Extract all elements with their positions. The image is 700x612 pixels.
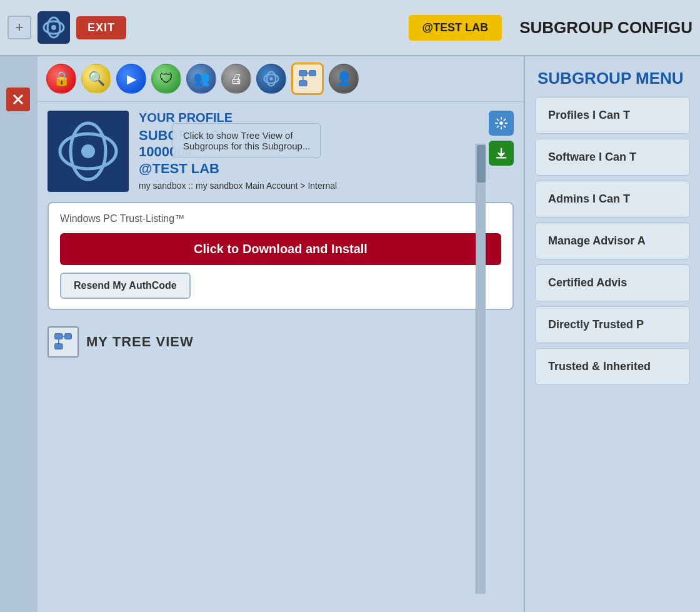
scrollbar-track[interactable]: [476, 144, 486, 594]
blue-logo-icon[interactable]: [256, 64, 286, 94]
trust-listing-box: Windows PC Trust-Listing™ Click to Downl…: [48, 202, 514, 310]
tree-view-icon[interactable]: [291, 63, 324, 95]
exit-button[interactable]: EXIT: [76, 16, 126, 39]
shield-icon[interactable]: 🛡: [151, 64, 181, 94]
svg-point-15: [81, 144, 95, 158]
test-lab-button[interactable]: @TEST LAB: [409, 15, 502, 41]
menu-item-certified[interactable]: Certified Advis: [535, 264, 690, 301]
print-icon[interactable]: 🖨: [221, 64, 251, 94]
svg-rect-10: [299, 81, 308, 86]
people-icon[interactable]: 👥: [186, 64, 216, 94]
breadcrumb: my sandbox :: my sandbox Main Account > …: [139, 181, 479, 191]
scrollbar-thumb[interactable]: [477, 145, 486, 183]
profile-section: YOUR PROFILE SUBGROUP 1000004 @TEST LAB …: [38, 102, 524, 612]
subgroup-menu-title: SUBGROUP MENU: [525, 56, 700, 97]
menu-item-trusted-inherited[interactable]: Trusted & Inherited: [535, 348, 690, 385]
svg-rect-18: [65, 334, 72, 339]
profile-top: YOUR PROFILE SUBGROUP 1000004 @TEST LAB …: [48, 111, 514, 192]
account-name: @TEST LAB: [139, 161, 479, 177]
top-bar: + EXIT @TEST LAB SUBGROUP CONFIGU: [0, 0, 700, 56]
lock-icon[interactable]: 🔒: [46, 64, 76, 94]
main-layout: 🔒 🔍 ▶ 🛡 👥 🖨: [0, 56, 700, 612]
logo-icon: [38, 11, 70, 44]
search-icon[interactable]: 🔍: [81, 64, 111, 94]
svg-point-2: [51, 25, 56, 30]
tree-view-section[interactable]: MY TREE VIEW: [48, 321, 514, 363]
trust-box-title: Windows PC Trust-Listing™: [60, 213, 501, 224]
svg-point-16: [499, 121, 503, 125]
menu-items: Profiles I Can T Software I Can T Admins…: [525, 97, 700, 385]
svg-rect-8: [299, 71, 308, 76]
toolbar-icons: 🔒 🔍 ▶ 🛡 👥 🖨: [38, 56, 524, 102]
right-panel: SUBGROUP MENU Profiles I Can T Software …: [525, 56, 700, 612]
menu-item-software[interactable]: Software I Can T: [535, 139, 690, 176]
menu-item-manage-advisor[interactable]: Manage Advisor A: [535, 223, 690, 259]
tooltip-overlay: Click to show Tree View of Subgroups for…: [172, 123, 321, 158]
menu-item-directly-trusted[interactable]: Directly Trusted P: [535, 306, 690, 343]
avatar: [48, 111, 129, 192]
subgroup-config-title: SUBGROUP CONFIGU: [519, 18, 692, 38]
svg-rect-19: [55, 344, 63, 349]
close-sidebar-button[interactable]: [6, 88, 30, 111]
tree-view-label: MY TREE VIEW: [86, 334, 194, 350]
play-icon[interactable]: ▶: [116, 64, 146, 94]
svg-rect-17: [55, 334, 63, 339]
svg-rect-9: [309, 71, 316, 76]
download-install-button[interactable]: Click to Download and Install: [60, 233, 501, 265]
svg-point-7: [269, 77, 272, 80]
center-panel: 🔒 🔍 ▶ 🛡 👥 🖨: [38, 56, 525, 612]
tree-icon-box: [48, 326, 79, 358]
resend-authcode-button[interactable]: Resend My AuthCode: [60, 273, 191, 299]
profile-actions: [489, 111, 514, 166]
plus-button[interactable]: +: [8, 16, 31, 39]
user-profile-icon[interactable]: 👤: [329, 64, 359, 94]
menu-item-admins[interactable]: Admins I Can T: [535, 181, 690, 218]
download-button[interactable]: [489, 141, 514, 166]
settings-button[interactable]: [489, 111, 514, 136]
menu-item-profiles[interactable]: Profiles I Can T: [535, 97, 690, 134]
